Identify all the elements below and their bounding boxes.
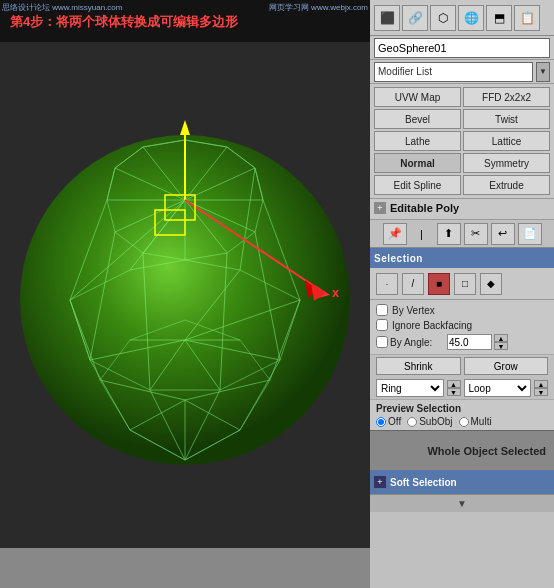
preview-radios: Off SubObj Multi [376, 416, 548, 427]
modifier-btn-extrude[interactable]: Extrude [463, 175, 550, 195]
modifier-btn-bevel[interactable]: Bevel [374, 109, 461, 129]
icon-move[interactable]: ✂ [464, 223, 488, 245]
toolbar-icon-4[interactable]: 🌐 [458, 5, 484, 31]
radio-group-multi: Multi [459, 416, 492, 427]
top-toolbar: ⬛ 🔗 ⬡ 🌐 ⬒ 📋 [370, 0, 554, 36]
toolbar-icon-3[interactable]: ⬡ [430, 5, 456, 31]
sub-selection-icons: · / ■ □ ◆ [370, 268, 554, 300]
sub-icon-edge[interactable]: / [402, 273, 424, 295]
modifier-buttons: UVW Map FFD 2x2x2 Bevel Twist Lathe Latt… [370, 84, 554, 199]
sub-icon-polygon[interactable]: ■ [428, 273, 450, 295]
modifier-btn-symmetry[interactable]: Symmetry [463, 153, 550, 173]
toolbar-icon-5[interactable]: ⬒ [486, 5, 512, 31]
editable-poly-expand-icon[interactable]: + [374, 202, 386, 214]
icon-separator: | [410, 223, 434, 245]
grow-button[interactable]: Grow [464, 357, 549, 375]
modifier-btn-editspline[interactable]: Edit Spline [374, 175, 461, 195]
viewport-svg: x [0, 0, 370, 588]
selection-title-text: Selection [374, 253, 423, 264]
checkbox-ignorebackfacing[interactable] [376, 319, 388, 331]
angle-row: By Angle: 45.0 ▲ ▼ [376, 334, 548, 350]
selection-title-bar: Selection [370, 248, 554, 268]
viewport[interactable]: x 思络设计论坛 www.missyuan.com 网页学习网 www.webj… [0, 0, 370, 588]
ignorebackfacing-label: Ignore Backfacing [392, 320, 472, 331]
toolbar-icon-2[interactable]: 🔗 [402, 5, 428, 31]
angle-spinner: ▲ ▼ [494, 334, 508, 350]
watermark-right: 网页学习网 www.webjx.com [269, 2, 368, 13]
soft-selection-text: Soft Selection [390, 477, 457, 488]
radio-group-off: Off [376, 416, 401, 427]
toolbar-icon-1[interactable]: ⬛ [374, 5, 400, 31]
radio-subobj-label: SubObj [419, 416, 452, 427]
angle-spin-up[interactable]: ▲ [494, 334, 508, 342]
modifier-btn-lathe[interactable]: Lathe [374, 131, 461, 151]
checkbox-row-byvertex: By Vertex [376, 304, 548, 316]
icon-rotate[interactable]: ↩ [491, 223, 515, 245]
modifier-btn-uvwmap[interactable]: UVW Map [374, 87, 461, 107]
svg-rect-1 [0, 548, 370, 588]
object-name-input[interactable]: GeoSphere01 [374, 38, 550, 58]
checkbox-byangle[interactable] [376, 336, 388, 348]
x-axis-label: x [332, 285, 340, 300]
radio-off[interactable] [376, 417, 386, 427]
loop-spin-down[interactable]: ▼ [534, 388, 548, 396]
icon-cursor[interactable]: ⬆ [437, 223, 461, 245]
right-panel: ⬛ 🔗 ⬡ 🌐 ⬒ 📋 GeoSphere01 Modifier List ▼ … [370, 0, 554, 588]
bottom-scroll[interactable]: ▼ [370, 494, 554, 512]
radio-multi-label: Multi [471, 416, 492, 427]
icon-display[interactable]: 📄 [518, 223, 542, 245]
checkboxes-section: By Vertex Ignore Backfacing By Angle: 45… [370, 300, 554, 355]
modifier-btn-normal[interactable]: Normal [374, 153, 461, 173]
soft-selection-expand-icon[interactable]: + [374, 476, 386, 488]
header-banner: 思络设计论坛 www.missyuan.com 网页学习网 www.webjx.… [0, 0, 370, 42]
loop-select[interactable]: Loop [464, 379, 532, 397]
sub-icon-border[interactable]: □ [454, 273, 476, 295]
shrink-grow-row: Shrink Grow [370, 355, 554, 377]
modifier-btn-ffd[interactable]: FFD 2x2x2 [463, 87, 550, 107]
toolbar-icon-6[interactable]: 📋 [514, 5, 540, 31]
ring-loop-row: Ring ▲ ▼ Loop ▲ ▼ [370, 377, 554, 399]
editable-poly-section: + Editable Poly [370, 199, 554, 220]
ring-spin-down[interactable]: ▼ [447, 388, 461, 396]
radio-multi[interactable] [459, 417, 469, 427]
angle-spin-down[interactable]: ▼ [494, 342, 508, 350]
icon-pin[interactable]: 📌 [383, 223, 407, 245]
whole-object-text: Whole Object Selected [427, 445, 546, 457]
scroll-arrow-down-icon[interactable]: ▼ [457, 498, 467, 509]
radio-off-label: Off [388, 416, 401, 427]
preview-title: Preview Selection [376, 403, 548, 414]
bottom-toolbar-icons: 📌 | ⬆ ✂ ↩ 📄 [370, 220, 554, 248]
checkbox-byvertex[interactable] [376, 304, 388, 316]
ring-select[interactable]: Ring [376, 379, 444, 397]
modifier-btn-twist[interactable]: Twist [463, 109, 550, 129]
whole-object-bar: Whole Object Selected [370, 430, 554, 470]
selection-panel: Selection · / ■ □ ◆ By Vertex Ignore Bac… [370, 248, 554, 588]
object-name-row: GeoSphere01 [370, 36, 554, 60]
loop-spin-up[interactable]: ▲ [534, 380, 548, 388]
modifier-list-dropdown[interactable]: Modifier List [374, 62, 533, 82]
preview-section: Preview Selection Off SubObj Multi [370, 399, 554, 430]
loop-spinner: ▲ ▼ [534, 380, 548, 396]
sub-icon-vertex[interactable]: · [376, 273, 398, 295]
ring-spin-up[interactable]: ▲ [447, 380, 461, 388]
ring-spinner: ▲ ▼ [447, 380, 461, 396]
radio-group-subobj: SubObj [407, 416, 452, 427]
byvertex-label: By Vertex [392, 305, 435, 316]
modifier-dropdown-arrow[interactable]: ▼ [536, 62, 550, 82]
editable-poly-label: Editable Poly [390, 202, 459, 214]
modifier-list-row: Modifier List ▼ [370, 60, 554, 84]
checkbox-row-ignorebackfacing: Ignore Backfacing [376, 319, 548, 331]
byangle-label: By Angle: [390, 337, 445, 348]
header-text: 第4步：将两个球体转换成可编辑多边形 [2, 10, 246, 33]
soft-selection-bar[interactable]: + Soft Selection [370, 470, 554, 494]
sub-icon-element[interactable]: ◆ [480, 273, 502, 295]
modifier-btn-lattice[interactable]: Lattice [463, 131, 550, 151]
shrink-button[interactable]: Shrink [376, 357, 461, 375]
angle-input[interactable]: 45.0 [447, 334, 492, 350]
radio-subobj[interactable] [407, 417, 417, 427]
